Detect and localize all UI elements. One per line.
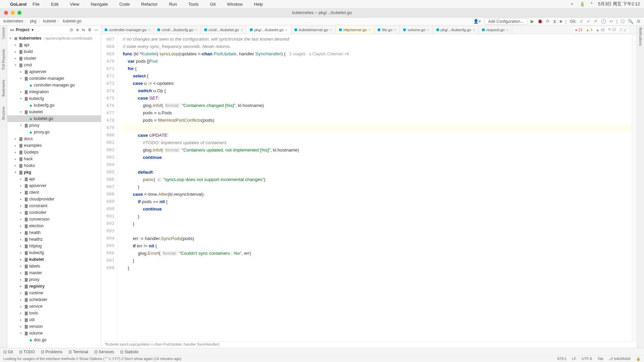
tree-folder[interactable]: ▾▇cmd — [7, 62, 101, 68]
editor-tab[interactable]: http/server.go × — [336, 25, 374, 34]
tree-folder[interactable]: ▸▇constraint — [7, 202, 101, 209]
status-message[interactable]: Looking for usages of the interface meth… — [3, 357, 181, 361]
breadcrumb-part[interactable]: kubernetes — [3, 19, 23, 23]
breadcrumb-part[interactable]: pkg — [30, 19, 36, 23]
tree-folder[interactable]: ▸▇build — [7, 48, 101, 55]
vcs-commit-icon[interactable]: ✓ — [587, 19, 590, 24]
tree-folder[interactable]: ▸▇kubecfg — [7, 249, 101, 256]
menu-run[interactable]: Run — [169, 2, 177, 7]
tool-terminal[interactable]: ⊡ Terminal — [68, 350, 88, 354]
close-tab-icon[interactable]: × — [427, 28, 429, 32]
tool-todo[interactable]: ⊡ TODO — [19, 350, 35, 354]
tool-structure[interactable]: Structure — [2, 107, 5, 120]
expand-all-icon[interactable]: ≑ — [76, 27, 79, 32]
menu-navigate[interactable]: Navigate — [91, 2, 108, 7]
close-tab-icon[interactable]: × — [394, 28, 396, 32]
vcs-history-icon[interactable]: 🕘 — [601, 19, 606, 24]
tree-folder[interactable]: ▸▇service — [7, 303, 101, 310]
tree-folder[interactable]: ▸▇controller — [7, 209, 101, 216]
git-branch[interactable]: ⎇ b4e08dd3 — [609, 357, 631, 361]
tool-bookmarks[interactable]: Bookmarks — [2, 80, 5, 97]
code-with-me-icon[interactable]: ⬡ — [621, 19, 625, 24]
close-tab-icon[interactable]: × — [241, 28, 243, 32]
user-icon[interactable]: 👤▾ — [473, 19, 481, 24]
editor-tab[interactable]: file.go × — [374, 25, 400, 34]
minimize-window-button[interactable] — [11, 11, 15, 15]
profile-icon[interactable]: ⧗ — [553, 19, 556, 24]
close-tab-icon[interactable]: × — [369, 28, 371, 32]
breadcrumb-part[interactable]: kubelet — [43, 19, 56, 23]
tree-file[interactable]: ◆doc.go — [7, 337, 101, 343]
tree-folder[interactable]: ▾▇pkg — [7, 169, 101, 176]
editor-tab[interactable]: controller-manager.go × — [101, 25, 154, 34]
close-tab-icon[interactable]: × — [148, 28, 150, 32]
tree-folder[interactable]: ▸▇util — [7, 316, 101, 323]
tree-folder[interactable]: ▸▇version — [7, 323, 101, 330]
tree-folder[interactable]: ▸▇hack — [7, 156, 101, 162]
app-name[interactable]: GoLand — [10, 2, 26, 7]
project-label[interactable]: Project — [16, 27, 30, 32]
tree-folder[interactable]: ▸▇httplog — [7, 243, 101, 249]
tree-folder[interactable]: ▸▇runtime — [7, 290, 101, 296]
tree-folder[interactable]: ▾▇controller-manager — [7, 75, 101, 82]
error-stripe[interactable] — [632, 34, 637, 341]
inspection-widget[interactable]: ● 23 ▲ 8 ▲ 10 ✎ 12 ⋀ ⋁ — [573, 27, 629, 33]
close-tab-icon[interactable]: × — [330, 28, 332, 32]
project-tree[interactable]: ▾▣kubernetes~/go/src/github.com/Google ▸… — [7, 34, 101, 348]
tool-statistic[interactable]: ⊡ Statistic — [120, 350, 139, 354]
tree-folder[interactable]: ▸▇integration — [7, 88, 101, 95]
tree-file[interactable]: ◆controller-manager.go — [7, 82, 101, 88]
menu-tools[interactable]: Tools — [189, 2, 199, 7]
indent-widget[interactable]: Tab — [597, 357, 603, 361]
readonly-lock-icon[interactable]: 🔒 — [636, 357, 641, 361]
menu-view[interactable]: View — [70, 2, 79, 7]
tree-root[interactable]: ▾▣kubernetes~/go/src/github.com/Google — [7, 35, 101, 42]
tree-folder[interactable]: ▸▇hooks — [7, 162, 101, 169]
breadcrumb-part[interactable]: kubelet.go — [63, 19, 81, 23]
menu-edit[interactable]: Edit — [51, 2, 58, 7]
tool-git[interactable]: ⊡ Git — [3, 350, 13, 354]
tree-folder[interactable]: ▸▇cloudprovider — [7, 196, 101, 202]
menu-refactor[interactable]: Refactor — [141, 2, 158, 7]
menu-git[interactable]: Git — [210, 2, 216, 7]
tree-folder[interactable]: ▾▇kubelet — [7, 109, 101, 115]
tool-notifications[interactable]: Notifications — [639, 27, 642, 46]
settings-icon[interactable]: ⚙ — [637, 19, 641, 24]
tree-folder[interactable]: ▸▇registry — [7, 283, 101, 290]
coverage-icon[interactable]: ⟳ — [546, 19, 550, 24]
tree-folder[interactable]: ▸▇examples — [7, 142, 101, 149]
caret-position[interactable]: 679:1 — [557, 357, 567, 361]
tree-folder[interactable]: ▸▇master — [7, 269, 101, 276]
tree-folder[interactable]: ▸▇client — [7, 189, 101, 196]
editor-tab[interactable]: pkg/.../kubecfg.go × — [433, 25, 479, 34]
collapse-all-icon[interactable]: ≒ — [82, 27, 85, 32]
close-tab-icon[interactable]: × — [473, 28, 475, 32]
zoom-window-button[interactable] — [17, 11, 21, 15]
tree-folder[interactable]: ▸▇healthz — [7, 236, 101, 243]
editor-tab[interactable]: volume.go × — [400, 25, 433, 34]
vcs-rollback-icon[interactable]: ↩ — [609, 19, 613, 24]
tree-folder[interactable]: ▸▇health — [7, 229, 101, 236]
add-configuration-button[interactable]: Add Configuration... — [484, 18, 527, 25]
tree-folder[interactable]: ▸▇docs — [7, 135, 101, 142]
menu-code[interactable]: Code — [119, 2, 130, 7]
tree-folder[interactable]: ▸▇election — [7, 223, 101, 229]
editor-tab[interactable]: request.go × — [479, 25, 512, 34]
stop-icon[interactable]: ■ — [559, 19, 562, 24]
tree-folder[interactable]: ▾▇volume — [7, 330, 101, 337]
run-icon[interactable]: ▶ — [531, 19, 534, 24]
editor-tab[interactable]: cmd/.../kubelet.go × — [201, 25, 247, 34]
tree-folder[interactable]: ▸▇Godeps — [7, 149, 101, 156]
tree-folder[interactable]: ▸▇scheduler — [7, 296, 101, 303]
vcs-update-icon[interactable]: ✓ — [580, 19, 583, 24]
hide-icon[interactable]: — — [94, 27, 98, 32]
editor-tab[interactable]: kubelet/server.go × — [291, 25, 336, 34]
line-separator[interactable]: LF — [572, 357, 576, 361]
editor-code[interactable]: // no changes are seen to the configurat… — [118, 34, 632, 341]
tool-problems[interactable]: ⊡ Problems — [41, 350, 62, 354]
menu-help[interactable]: Help — [254, 2, 263, 7]
close-tab-icon[interactable]: × — [195, 28, 197, 32]
tree-folder[interactable]: ▸▇conversion — [7, 216, 101, 223]
editor-tab[interactable]: cmd/.../kubecfg.go × — [154, 25, 201, 34]
tree-folder[interactable]: ▾▇kubecfg — [7, 95, 101, 102]
